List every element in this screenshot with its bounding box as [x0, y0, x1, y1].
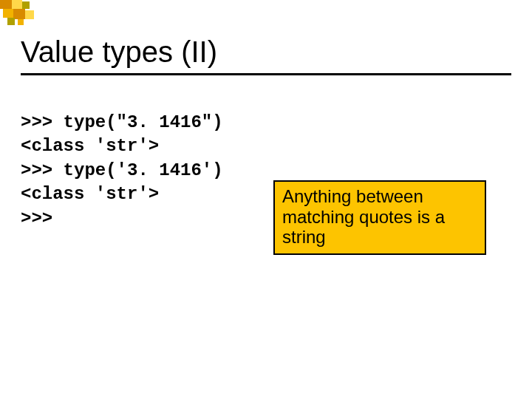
- code-block: >>> type("3. 1416") <class 'str'> >>> ty…: [21, 111, 223, 231]
- title-underline: [21, 73, 511, 75]
- code-line: <class 'str'>: [21, 184, 159, 204]
- code-line: >>>: [21, 208, 52, 228]
- title-area: Value types (II): [21, 35, 511, 75]
- code-line: >>> type('3. 1416'): [21, 160, 223, 180]
- slide-title: Value types (II): [21, 35, 511, 73]
- slide: Value types (II) >>> type("3. 1416") <cl…: [0, 0, 532, 399]
- corner-decoration: [0, 0, 59, 27]
- code-line: >>> type("3. 1416"): [21, 112, 223, 132]
- callout-box: Anything between matching quotes is a st…: [273, 180, 486, 255]
- code-line: <class 'str'>: [21, 136, 159, 156]
- callout-text: Anything between matching quotes is a st…: [282, 186, 445, 247]
